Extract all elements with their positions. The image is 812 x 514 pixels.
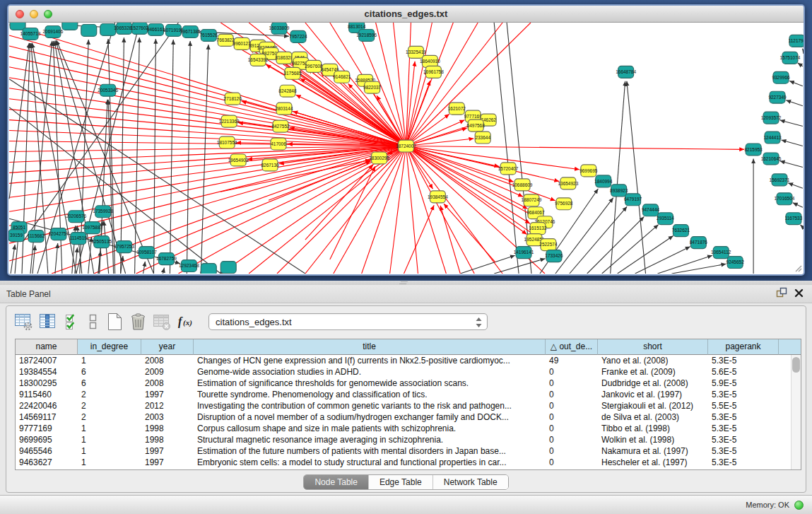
graph-node-label: 1840994 xyxy=(594,179,613,184)
graph-node[interactable] xyxy=(62,23,78,30)
graph-node-label: 10654112 xyxy=(711,250,731,255)
black-edge[interactable] xyxy=(789,81,803,86)
cell-out_degree: 0 xyxy=(546,400,598,411)
black-edge[interactable] xyxy=(780,120,803,127)
graph-node-label: 2967608 xyxy=(305,64,323,69)
table-selector-dropdown[interactable]: citations_edges.txt xyxy=(208,313,488,330)
black-edge[interactable] xyxy=(121,37,124,274)
black-edge[interactable] xyxy=(788,183,803,189)
tab-network-table[interactable]: Network Table xyxy=(433,475,508,489)
cell-name: 19384554 xyxy=(16,366,78,378)
resize-grip-icon[interactable] xyxy=(794,264,802,272)
table-row[interactable]: 1872400712008Changes of HCN gene express… xyxy=(16,355,801,366)
cell-short: Nakamura et al. (1997) xyxy=(598,445,708,457)
column-header-pagerank[interactable]: pagerank xyxy=(708,339,779,355)
black-edge[interactable] xyxy=(782,140,803,146)
red-edge[interactable] xyxy=(305,165,373,240)
graph-node-label: 12505135 xyxy=(91,239,112,244)
black-edge[interactable] xyxy=(9,79,305,274)
float-window-icon[interactable] xyxy=(776,287,787,300)
table-row[interactable]: 977716911998Corpus callosum shape and si… xyxy=(16,423,801,434)
black-edge[interactable] xyxy=(800,225,802,227)
red-edge[interactable] xyxy=(406,70,428,146)
black-edge[interactable] xyxy=(570,206,627,274)
black-edge[interactable] xyxy=(143,262,146,274)
red-edge[interactable] xyxy=(362,146,406,274)
cell-pagerank: 5.3E-5 xyxy=(708,411,779,423)
graph-node[interactable] xyxy=(81,24,97,36)
splitter-grip-icon[interactable] xyxy=(399,281,408,284)
row-height-icon[interactable] xyxy=(86,311,101,332)
black-edge[interactable] xyxy=(802,49,803,49)
column-header-year[interactable]: year xyxy=(141,339,194,355)
table-selector-value: citations_edges.txt xyxy=(216,317,292,327)
red-edge[interactable] xyxy=(330,166,375,259)
black-edge[interactable] xyxy=(611,81,625,274)
red-edge[interactable] xyxy=(9,146,406,262)
black-edge[interactable] xyxy=(494,259,545,274)
table-row[interactable]: 2242004622012Investigating the contribut… xyxy=(16,400,801,411)
graph-node-label: 13325419 xyxy=(406,49,426,54)
table-row[interactable]: 1938455462009Genome-wide association stu… xyxy=(16,366,801,378)
graph-node-label: 15692371 xyxy=(770,177,790,182)
table-row[interactable]: 946554611997Estimation of the future num… xyxy=(16,445,801,457)
graph-node-label: 12042757 xyxy=(48,231,69,236)
black-edge[interactable] xyxy=(798,63,803,66)
tab-edge-table[interactable]: Edge Table xyxy=(369,475,433,489)
window-titlebar[interactable]: citations_edges.txt xyxy=(8,6,804,23)
black-edge[interactable] xyxy=(187,41,190,274)
scrollbar-thumb[interactable] xyxy=(792,357,800,373)
show-column-icon[interactable] xyxy=(37,311,59,332)
cell-short: Yano et al. (2008) xyxy=(598,355,708,366)
red-edge[interactable] xyxy=(220,146,406,274)
table-settings-icon[interactable] xyxy=(13,311,35,332)
graph-node-label: 16648784 xyxy=(616,69,636,74)
graph-node-label: 7663822 xyxy=(217,37,235,42)
table-row[interactable]: 946362711997Embryonic stem cells: a mode… xyxy=(16,457,801,468)
cell-pagerank: 5.3E-5 xyxy=(708,445,779,457)
black-edge[interactable] xyxy=(587,216,645,274)
column-header-out_degree[interactable]: △ out_de... xyxy=(546,339,598,355)
column-header-in_degree[interactable]: in_degree xyxy=(78,339,141,355)
column-header-title[interactable]: title xyxy=(194,339,546,355)
black-edge[interactable] xyxy=(671,264,726,274)
function-builder-icon[interactable]: f(x) xyxy=(176,311,197,332)
black-edge[interactable] xyxy=(163,268,164,274)
black-edge[interactable] xyxy=(786,100,803,106)
table-row[interactable]: 969969511998Structural magnetic resonanc… xyxy=(16,434,801,445)
graph-node-label: 7632621 xyxy=(672,228,690,233)
network-canvas[interactable]: 1872400776638229960123891295418226058982… xyxy=(8,23,804,274)
black-edge[interactable] xyxy=(15,237,18,274)
black-edge[interactable] xyxy=(780,161,803,168)
graph-node[interactable] xyxy=(201,264,216,274)
red-edge[interactable] xyxy=(9,146,406,212)
black-edge[interactable] xyxy=(460,255,514,274)
vertical-scrollbar[interactable] xyxy=(791,355,801,469)
red-edge[interactable] xyxy=(305,146,406,274)
black-edge[interactable] xyxy=(627,81,646,274)
new-table-icon[interactable] xyxy=(104,311,125,332)
black-edge[interactable] xyxy=(793,203,803,208)
black-edge[interactable] xyxy=(494,23,519,274)
red-edge[interactable] xyxy=(404,205,435,274)
red-edge[interactable] xyxy=(406,23,503,146)
delete-rows-icon[interactable] xyxy=(128,311,149,332)
table-row[interactable]: 1456911722003Disruption of a novel membe… xyxy=(16,411,801,423)
graph-node[interactable] xyxy=(220,262,236,274)
network-view-window[interactable]: citations_edges.txt 18724007766382299601… xyxy=(7,4,805,276)
panel-splitter[interactable] xyxy=(0,281,812,285)
red-edge[interactable] xyxy=(406,146,745,150)
red-edge[interactable] xyxy=(277,146,406,274)
column-header-name[interactable]: name xyxy=(16,339,78,355)
cell-title: Estimation of the future numbers of pati… xyxy=(194,445,546,457)
tab-node-table[interactable]: Node Table xyxy=(304,475,369,489)
table-row[interactable]: 911546021997Tourette syndrome. Phenomeno… xyxy=(16,389,801,400)
select-rows-icon[interactable] xyxy=(61,311,83,332)
graph-node-label: 18640910 xyxy=(420,59,440,64)
memory-indicator-icon[interactable] xyxy=(794,501,804,510)
red-edge[interactable] xyxy=(444,204,495,262)
column-header-short[interactable]: short xyxy=(598,339,708,355)
close-panel-icon[interactable] xyxy=(794,288,804,300)
table-row[interactable]: 1830029562008Estimation of significance … xyxy=(16,378,801,389)
red-edge[interactable] xyxy=(390,146,406,274)
